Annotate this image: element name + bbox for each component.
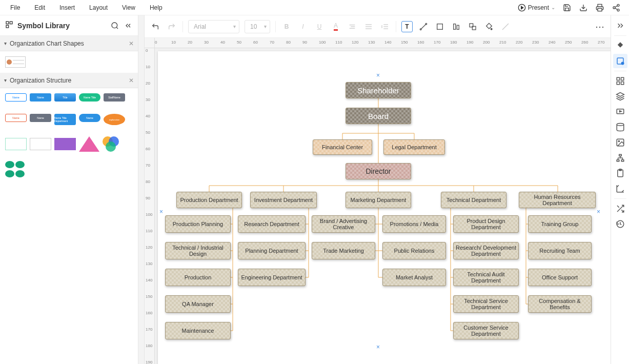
node-tech-service-dept[interactable]: Technical Service Department — [453, 295, 519, 313]
node-board[interactable]: Board — [346, 108, 411, 124]
shape-thumb[interactable]: Name — [5, 114, 27, 122]
node-technical-department[interactable]: Technical Department — [441, 192, 506, 208]
share-icon[interactable] — [612, 3, 621, 12]
font-name-select[interactable]: Arial — [188, 20, 239, 33]
node-shareholder[interactable]: Shareholder — [346, 82, 411, 98]
present-button[interactable]: Present ⌄ — [518, 4, 555, 12]
text-tool-button[interactable]: T — [401, 21, 413, 32]
bold-button[interactable]: B — [281, 21, 292, 32]
shape-thumb[interactable]: Name — [30, 93, 51, 102]
collapse-left-icon[interactable] — [124, 21, 133, 30]
fill-button[interactable] — [483, 21, 495, 32]
align-objects-button[interactable] — [451, 21, 462, 32]
shape-thumb[interactable] — [54, 138, 76, 150]
expand-right-icon[interactable] — [613, 18, 627, 33]
node-promotions-media[interactable]: Promotions / Media — [382, 215, 446, 233]
node-public-relations[interactable]: Public Relations — [382, 242, 446, 259]
selection-handle-right[interactable]: × — [597, 208, 600, 215]
more-button[interactable]: ⋯ — [595, 21, 605, 32]
search-icon[interactable] — [110, 21, 119, 30]
selection-handle-left[interactable]: × — [159, 208, 163, 215]
menu-insert[interactable]: Insert — [52, 0, 82, 15]
fill-panel-icon[interactable] — [613, 38, 627, 53]
menu-view[interactable]: View — [115, 0, 143, 15]
slides-panel-icon[interactable] — [613, 105, 627, 119]
image-panel-icon[interactable] — [613, 135, 627, 150]
shape-thumb-card[interactable] — [5, 56, 26, 68]
node-trade-marketing[interactable]: Trade Marketing — [312, 242, 375, 259]
node-legal-department[interactable]: Legal Department — [383, 139, 445, 155]
section-org-chart-shapes[interactable]: ▾ Organization Chart Shapes ✕ — [0, 36, 138, 51]
italic-button[interactable]: I — [297, 21, 309, 32]
shape-thumb[interactable]: Name — [79, 114, 100, 122]
node-director[interactable]: Director — [346, 163, 411, 179]
menu-layout[interactable]: Layout — [82, 0, 115, 15]
group-button[interactable] — [467, 21, 478, 32]
shuffle-panel-icon[interactable] — [613, 201, 627, 216]
node-technical-industrial-design[interactable]: Technical / Industrial Design — [165, 242, 231, 259]
selection-handle-top[interactable]: × — [376, 72, 380, 79]
node-production-planning[interactable]: Production Planning — [165, 215, 231, 233]
shape-thumb[interactable] — [30, 138, 51, 150]
close-icon[interactable]: ✕ — [129, 40, 134, 47]
node-financial-center[interactable]: Financial Center — [313, 139, 372, 155]
close-icon[interactable]: ✕ — [129, 77, 134, 84]
shape-thumb[interactable] — [103, 136, 123, 152]
node-hr-department[interactable]: Human Resources Department — [519, 192, 596, 208]
node-maintenance[interactable]: Maintenance — [165, 322, 231, 339]
node-product-design-dept[interactable]: Product Design Department — [453, 215, 519, 233]
menu-edit[interactable]: Edit — [27, 0, 52, 15]
save-icon[interactable] — [562, 3, 572, 12]
page[interactable]: × × × × Shareholder Board Financial Cent… — [158, 51, 611, 364]
node-marketing-department[interactable]: Marketing Department — [346, 192, 411, 208]
print-icon[interactable] — [595, 3, 604, 12]
node-brand-advertising[interactable]: Brand / Advertising Creative — [312, 215, 375, 233]
node-production-department[interactable]: Production Department — [176, 192, 242, 208]
layers-panel-icon[interactable] — [613, 89, 627, 104]
data-panel-icon[interactable] — [613, 120, 627, 134]
shape-thumb[interactable]: explanation — [104, 114, 125, 125]
menu-help[interactable]: Help — [143, 0, 170, 15]
redo-button[interactable] — [166, 21, 177, 32]
node-comp-benefits[interactable]: Compensation & Benefits — [528, 295, 592, 313]
shape-thumb[interactable]: Name Title Department — [54, 114, 76, 125]
shape-panel-icon[interactable] — [613, 54, 627, 68]
node-qa-manager[interactable]: QA Manager — [165, 295, 231, 313]
sitemap-panel-icon[interactable] — [613, 151, 627, 165]
shape-thumb[interactable]: StaffName — [104, 93, 125, 102]
section-org-structure[interactable]: ▾ Organization Structure ✕ — [0, 73, 138, 88]
node-production[interactable]: Production — [165, 269, 231, 286]
selection-handle-bottom[interactable]: × — [376, 343, 380, 351]
clipboard-panel-icon[interactable] — [613, 166, 627, 180]
node-planning-department[interactable]: Planning Department — [238, 242, 306, 259]
shape-thumb[interactable]: Name Title — [79, 93, 100, 102]
font-size-select[interactable]: 10 — [245, 20, 270, 33]
shape-thumb[interactable]: Name — [30, 114, 51, 122]
node-recruiting-team[interactable]: Recruiting Team — [528, 242, 592, 259]
line-spacing-button[interactable] — [379, 21, 391, 32]
shape-thumb[interactable] — [79, 136, 99, 152]
node-rnd-dept[interactable]: Research/ Development Department — [453, 242, 519, 259]
connector-tool-button[interactable] — [418, 21, 429, 32]
download-icon[interactable] — [579, 3, 588, 12]
highlight-button[interactable] — [347, 21, 358, 32]
shape-thumb[interactable] — [5, 138, 27, 150]
node-customer-service-dept[interactable]: Customer Service Department — [453, 322, 519, 339]
node-tech-audit-dept[interactable]: Technical Audit Department — [453, 269, 519, 286]
shape-thumb[interactable] — [5, 161, 26, 179]
pen-button[interactable] — [500, 21, 511, 32]
shape-tool-button[interactable] — [434, 21, 445, 32]
grid-panel-icon[interactable] — [613, 74, 627, 88]
node-engineering-department[interactable]: Engineering Department — [238, 269, 306, 286]
font-color-button[interactable]: A — [330, 21, 341, 32]
node-research-department[interactable]: Research Department — [238, 215, 306, 233]
undo-button[interactable] — [150, 21, 161, 32]
splitter[interactable] — [138, 15, 145, 364]
node-market-analyst[interactable]: Market Analyst — [382, 269, 446, 286]
node-investment-department[interactable]: Investment Department — [250, 192, 317, 208]
align-button[interactable] — [363, 21, 374, 32]
shape-thumb[interactable]: Name — [5, 93, 27, 102]
node-office-support[interactable]: Office Support — [528, 269, 592, 286]
history-panel-icon[interactable] — [613, 217, 627, 231]
transform-panel-icon[interactable] — [613, 181, 627, 196]
